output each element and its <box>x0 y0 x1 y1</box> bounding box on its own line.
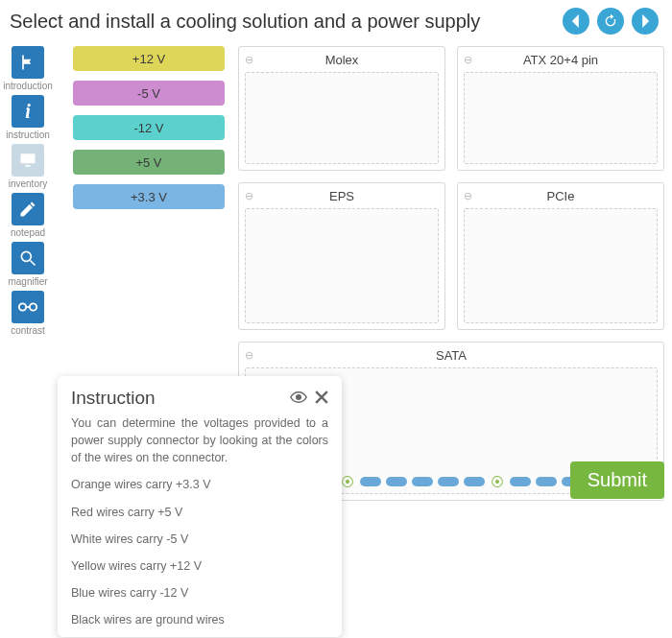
magnify-right-icon[interactable]: ⦿ <box>491 474 504 489</box>
instruction-intro: You can determine the voltages provided … <box>71 414 328 466</box>
drop-box-atx[interactable]: ⊖ ATX 20+4 pin <box>457 46 664 171</box>
nav-buttons <box>563 8 659 35</box>
instruction-body: You can determine the voltages provided … <box>71 414 328 637</box>
sidebar-item-inventory[interactable]: inventory <box>6 144 50 189</box>
svg-point-6 <box>297 394 301 399</box>
prev-button[interactable] <box>563 8 589 35</box>
page-title: Select and install a cooling solution an… <box>10 11 480 33</box>
progress-segment[interactable] <box>412 477 433 486</box>
sidebar-item-label: contrast <box>11 325 45 336</box>
sidebar-item-magnifier[interactable]: magnifier <box>6 242 50 287</box>
progress-segment[interactable] <box>360 477 381 486</box>
eye-icon[interactable] <box>290 390 307 407</box>
svg-line-2 <box>31 261 36 266</box>
instruction-panel: Instruction You can determine the voltag… <box>58 376 342 637</box>
monitor-icon <box>12 144 44 177</box>
progress-bar: ⦿ ⦿ <box>341 474 583 489</box>
instruction-heading: Instruction <box>71 388 156 409</box>
info-icon: i <box>12 95 44 128</box>
instruction-line: Yellow wires carry +12 V <box>71 557 328 575</box>
magnifier-icon <box>12 242 44 274</box>
voltage-chip-plus5[interactable]: +5 V <box>73 150 225 175</box>
svg-point-4 <box>30 303 36 310</box>
instruction-line: Orange wires carry +3.3 V <box>71 476 328 493</box>
flag-icon <box>12 46 44 79</box>
refresh-button[interactable] <box>597 8 624 35</box>
voltage-column: +12 V -5 V -12 V +5 V +3.3 V <box>73 46 225 209</box>
drop-title: EPS <box>245 189 439 203</box>
arrow-left-icon <box>569 14 583 28</box>
progress-segment[interactable] <box>438 477 459 486</box>
drop-title: Molex <box>245 53 439 67</box>
drop-title: ATX 20+4 pin <box>464 53 658 67</box>
progress-segment[interactable] <box>386 477 407 486</box>
sidebar-item-introduction[interactable]: introduction <box>6 46 50 91</box>
magnify-left-icon[interactable]: ⦿ <box>341 474 354 489</box>
instruction-line: Blue wires carry -12 V <box>71 584 328 602</box>
drop-body[interactable] <box>245 72 439 164</box>
sidebar: introduction i instruction inventory not… <box>0 46 56 336</box>
drop-body[interactable] <box>464 208 658 323</box>
sidebar-item-label: instruction <box>6 130 50 140</box>
sidebar-item-notepad[interactable]: notepad <box>6 193 50 238</box>
sidebar-item-instruction[interactable]: i instruction <box>6 95 50 140</box>
progress-segment[interactable] <box>510 477 531 486</box>
glasses-icon <box>12 291 44 323</box>
sidebar-item-label: inventory <box>9 178 48 189</box>
refresh-icon <box>603 13 618 29</box>
drop-title: SATA <box>245 348 658 363</box>
close-icon[interactable] <box>315 390 328 407</box>
progress-segment[interactable] <box>464 477 485 486</box>
svg-point-3 <box>19 303 26 310</box>
svg-point-1 <box>21 251 31 261</box>
sidebar-item-label: introduction <box>3 81 53 91</box>
sidebar-item-label: magnifier <box>8 276 47 287</box>
instruction-line: White wires carry -5 V <box>71 531 328 548</box>
next-button[interactable] <box>632 8 659 35</box>
sidebar-item-label: notepad <box>11 227 45 238</box>
submit-button[interactable]: Submit <box>570 461 664 499</box>
voltage-chip-minus12[interactable]: -12 V <box>73 115 225 140</box>
pencil-icon <box>12 193 44 225</box>
progress-segment[interactable] <box>536 477 557 486</box>
drop-title: PCIe <box>464 189 658 203</box>
drop-box-eps[interactable]: ⊖ EPS <box>238 182 445 330</box>
drop-box-pcie[interactable]: ⊖ PCIe <box>457 182 664 330</box>
drop-body[interactable] <box>464 72 658 164</box>
voltage-chip-plus33[interactable]: +3.3 V <box>73 184 225 209</box>
drop-body[interactable] <box>245 208 439 323</box>
voltage-chip-plus12[interactable]: +12 V <box>73 46 225 71</box>
drop-box-molex[interactable]: ⊖ Molex <box>238 46 445 171</box>
instruction-line: Red wires carry +5 V <box>71 504 328 521</box>
instruction-line: Black wires are ground wires <box>71 611 328 628</box>
arrow-right-icon <box>638 14 652 28</box>
header: Select and install a cooling solution an… <box>0 0 672 40</box>
sidebar-item-contrast[interactable]: contrast <box>6 291 50 336</box>
voltage-chip-minus5[interactable]: -5 V <box>73 81 225 106</box>
